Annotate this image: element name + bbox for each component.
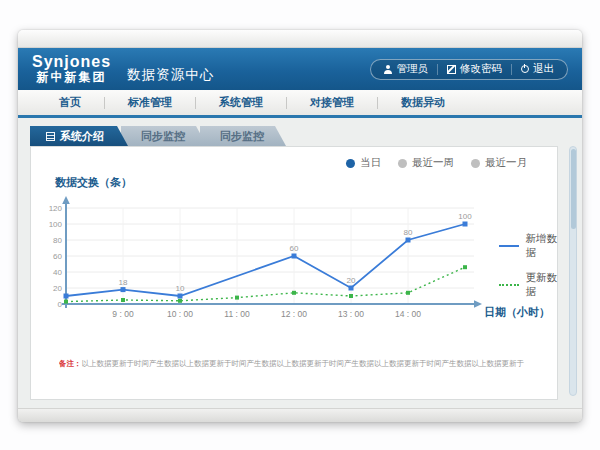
x-tick-label: 9 : 00 (112, 309, 134, 319)
time-range-filters: 当日 最近一周 最近一月 (346, 156, 527, 170)
user-icon (384, 65, 393, 74)
tab-sync-monitor-1[interactable]: 同步监控 (121, 126, 207, 146)
filter-last-month[interactable]: 最近一月 (471, 156, 527, 170)
y-axis-arrow (62, 196, 70, 204)
document-icon (46, 132, 55, 141)
y-tick-label: 120 (49, 204, 63, 213)
line-chart: 0204060801001209 : 0010 : 0011 : 0012 : … (49, 193, 489, 328)
window-top-strip (18, 30, 582, 48)
data-point-marker (349, 294, 353, 298)
content-area: 系统介绍 同步监控 同步监控 当日 最近一周 (18, 118, 582, 408)
tab-system-intro[interactable]: 系统介绍 (30, 126, 128, 146)
user-menu: 管理员 修改密码 退出 (370, 59, 569, 80)
scrollbar-thumb[interactable] (571, 149, 576, 229)
power-icon (521, 65, 529, 73)
app-window: Synjones 新中新集团 数据资源中心 管理员 修改密码 退出 首页 标准管… (18, 30, 582, 422)
x-tick-label: 14 : 00 (395, 309, 421, 319)
chart-legend: 新增数据 更新数据 (499, 232, 557, 310)
blue-line-swatch (499, 245, 519, 247)
radio-icon (398, 159, 407, 168)
radio-selected-icon (346, 159, 355, 168)
legend-label: 新增数据 (526, 232, 558, 260)
data-point-marker (406, 238, 411, 243)
page-title: 数据资源中心 (127, 66, 214, 84)
nav-item-system-mgmt[interactable]: 系统管理 (196, 95, 286, 110)
main-nav: 首页 标准管理 系统管理 对接管理 数据异动 (18, 90, 582, 115)
filter-today[interactable]: 当日 (346, 156, 381, 170)
footnote-text: 以上数据更新于时间产生数据以上数据更新于时间产生数据以上数据更新于时间产生数据以… (82, 359, 525, 368)
data-point-marker (292, 254, 297, 259)
y-tick-label: 20 (53, 284, 62, 293)
data-point-marker (349, 286, 354, 291)
filter-last-week[interactable]: 最近一周 (398, 156, 454, 170)
tab-label: 同步监控 (141, 126, 185, 146)
y-tick-label: 0 (58, 300, 63, 309)
tab-sync-monitor-2[interactable]: 同步监控 (200, 126, 286, 146)
green-dotted-swatch (499, 284, 519, 286)
data-point-marker (235, 296, 239, 300)
footnote-label: 备注： (59, 359, 82, 368)
data-point-label: 18 (119, 278, 128, 287)
logo-text-cn: 新中新集团 (32, 71, 111, 84)
chart-card: 当日 最近一周 最近一月 数据交换（条） 0204060801001209 : … (30, 146, 558, 400)
data-point-marker (463, 222, 468, 227)
data-point-marker (121, 298, 125, 302)
y-tick-label: 40 (53, 268, 62, 277)
data-point-marker (463, 265, 467, 269)
brand-logo: Synjones 新中新集团 (32, 54, 111, 83)
data-point-marker (64, 300, 68, 304)
logo-text-en: Synjones (32, 54, 111, 71)
filter-label: 最近一周 (412, 156, 454, 170)
data-point-label: 100 (458, 212, 472, 221)
legend-label: 更新数据 (526, 271, 558, 299)
nav-item-data-change[interactable]: 数据异动 (378, 95, 468, 110)
filter-label: 当日 (360, 156, 381, 170)
change-password-label: 修改密码 (460, 62, 502, 76)
filter-label: 最近一月 (485, 156, 527, 170)
app-header: Synjones 新中新集团 数据资源中心 管理员 修改密码 退出 (18, 48, 582, 90)
footnote: 备注：以上数据更新于时间产生数据以上数据更新于时间产生数据以上数据更新于时间产生… (59, 359, 551, 369)
user-menu-logout[interactable]: 退出 (512, 62, 563, 76)
x-tick-label: 11 : 00 (224, 309, 250, 319)
y-tick-label: 60 (53, 252, 62, 261)
series-0: 1810602080100 (64, 212, 473, 299)
data-point-label: 60 (290, 244, 299, 253)
admin-label: 管理员 (397, 62, 429, 76)
tab-label: 系统介绍 (60, 126, 104, 146)
nav-item-home[interactable]: 首页 (36, 95, 104, 110)
nav-item-interface-mgmt[interactable]: 对接管理 (287, 95, 377, 110)
legend-item-update-data: 更新数据 (499, 271, 557, 299)
tab-label: 同步监控 (220, 126, 264, 146)
data-point-label: 10 (176, 284, 185, 293)
tab-bar: 系统介绍 同步监控 同步监控 (30, 126, 286, 146)
x-axis-arrow (474, 300, 482, 308)
y-tick-label: 80 (53, 236, 62, 245)
scrollbar-track[interactable] (569, 146, 577, 396)
legend-item-new-data: 新增数据 (499, 232, 557, 260)
logout-label: 退出 (533, 62, 554, 76)
user-menu-admin[interactable]: 管理员 (375, 62, 438, 76)
data-point-marker (121, 287, 126, 292)
edit-icon (447, 65, 456, 74)
x-tick-label: 10 : 00 (167, 309, 193, 319)
data-point-label: 20 (347, 276, 356, 285)
x-tick-label: 12 : 00 (281, 309, 307, 319)
x-tick-label: 13 : 00 (338, 309, 364, 319)
data-point-marker (292, 291, 296, 295)
data-point-marker (64, 294, 69, 299)
y-axis-title: 数据交换（条） (55, 175, 132, 190)
data-point-marker (406, 291, 410, 295)
radio-icon (471, 159, 480, 168)
y-tick-label: 100 (49, 220, 63, 229)
data-point-marker (178, 299, 182, 303)
window-bottom-strip (18, 408, 582, 422)
data-point-marker (178, 294, 183, 299)
data-point-label: 80 (404, 228, 413, 237)
user-menu-change-password[interactable]: 修改密码 (438, 62, 511, 76)
nav-item-standard-mgmt[interactable]: 标准管理 (105, 95, 195, 110)
